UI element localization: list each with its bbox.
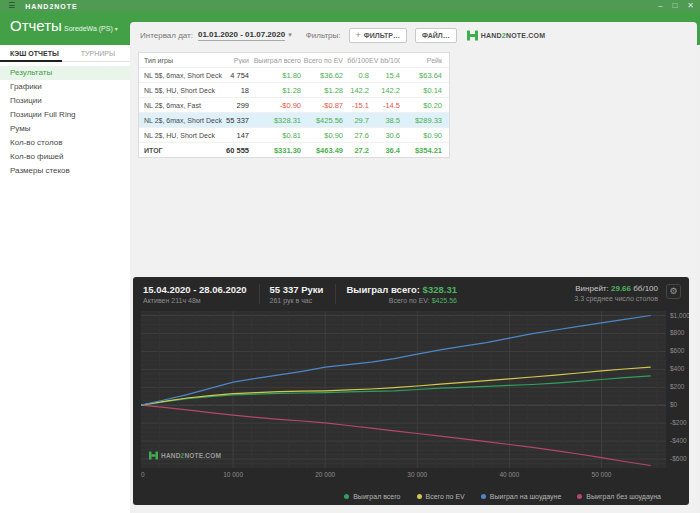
table-cell: $331.30: [249, 146, 301, 155]
date-range-selector[interactable]: 01.01.2020 - 01.07.2020: [198, 30, 285, 41]
sidebar-item[interactable]: Результаты: [0, 66, 130, 80]
table-cell: $1.80: [249, 71, 301, 80]
page-title: Отчеты: [10, 17, 62, 34]
chart-watermark: HAND2NOTE.COM: [149, 451, 221, 460]
table-cell: 142.2: [369, 86, 400, 95]
maximize-button[interactable]: □: [672, 1, 677, 11]
legend-label: Всего по EV: [426, 493, 465, 500]
column-header[interactable]: EV bb/100: [369, 57, 400, 64]
sidebar-item[interactable]: Позиции: [0, 94, 130, 108]
filters-label: Фильтры:: [306, 31, 341, 40]
hands-value: 55 337 Руки: [270, 284, 324, 295]
table-cell: -15.1: [343, 101, 369, 110]
table-row[interactable]: NL 5$, 6max, Short Deck4 754$1.80$36.620…: [139, 67, 449, 82]
svg-text:-$200: -$200: [670, 419, 687, 426]
table-row[interactable]: ИТОГ60 555$331.30$463.4927.236.4$354.21: [139, 142, 449, 157]
chevron-down-icon: ▾: [115, 26, 118, 32]
column-header[interactable]: Рейк: [400, 57, 442, 64]
winrate: Винрейт: 29.66 бб/100: [574, 284, 658, 293]
brand-logo: HAND2NOTE.COM: [467, 30, 545, 41]
sidebar-item[interactable]: Кол-во столов: [0, 136, 130, 150]
brand-text: HAND2NOTE.COM: [161, 452, 221, 459]
table-row[interactable]: NL 2$, 6max, Fast299-$0.90-$0.87-15.1-14…: [139, 97, 449, 112]
close-button[interactable]: ✕: [687, 1, 694, 11]
sidebar-item[interactable]: Румы: [0, 122, 130, 136]
legend-dot-icon: [417, 494, 422, 499]
chart-header: 15.04.2020 - 28.06.2020 Активен 211ч 48м…: [133, 277, 689, 304]
table-cell: $0.90: [301, 131, 343, 140]
table-cell: $0.81: [249, 131, 301, 140]
column-header[interactable]: Руки: [223, 57, 249, 64]
table-cell: 29.7: [343, 116, 369, 125]
table-cell: $0.90: [400, 131, 442, 140]
svg-text:-$600: -$600: [670, 455, 687, 462]
chevron-down-icon[interactable]: ▾: [288, 31, 292, 39]
table-cell: 299: [223, 101, 249, 110]
stat-winrate: Винрейт: 29.66 бб/100 3.3 среднее число …: [574, 284, 666, 302]
svg-text:50 000: 50 000: [592, 471, 612, 478]
sidebar-item[interactable]: Графики: [0, 80, 130, 94]
file-button[interactable]: ФАЙЛ…: [415, 28, 457, 43]
active-time: Активен 211ч 48м: [143, 297, 247, 304]
svg-text:10 000: 10 000: [223, 471, 243, 478]
svg-text:40 000: 40 000: [499, 471, 519, 478]
column-header[interactable]: Тип игры: [139, 57, 223, 64]
won-total: Выиграл всего: $328.31: [346, 284, 456, 295]
brand-text: HAND2NOTE.COM: [481, 32, 545, 39]
table-cell: NL 5$, 6max, Short Deck: [139, 72, 223, 79]
legend-item[interactable]: Выиграл на шоудауне: [481, 493, 562, 500]
table-cell: -$0.90: [249, 101, 301, 110]
sidebar-menu: РезультатыГрафикиПозицииПозиции Full Rin…: [0, 62, 130, 178]
table-cell: NL 2$, 6max, Short Deck: [139, 117, 223, 124]
table-row[interactable]: NL 5$, HU, Short Deck18$1.28$1.28142.214…: [139, 82, 449, 97]
tab-tournaments[interactable]: ТУРНИРЫ: [81, 50, 115, 57]
sidebar-item[interactable]: Кол-во фишей: [0, 150, 130, 164]
svg-text:$800: $800: [670, 329, 685, 336]
account-selector[interactable]: SoredeWa (PS)▾: [64, 25, 118, 32]
hamburger-menu-icon[interactable]: ☰: [8, 2, 15, 10]
sidebar-tabs: КЭШ ОТЧЕТЫ ТУРНИРЫ: [0, 45, 130, 62]
table-cell: 36.4: [369, 146, 400, 155]
table-cell: $0.14: [400, 86, 442, 95]
toolbar: Интервал дат: 01.01.2020 - 01.07.2020 ▾ …: [130, 22, 697, 48]
table-cell: $1.28: [249, 86, 301, 95]
table-cell: 60 555: [223, 146, 249, 155]
hands-rate: 261 рук в час: [270, 297, 324, 304]
table-cell: 27.6: [343, 131, 369, 140]
table-row[interactable]: NL 2$, 6max, Short Deck55 337$328.31$425…: [139, 112, 449, 127]
hand2note-icon: [467, 30, 478, 41]
table-cell: 55 337: [223, 116, 249, 125]
svg-text:$600: $600: [670, 347, 685, 354]
svg-text:30 000: 30 000: [407, 471, 427, 478]
legend-item[interactable]: Выиграл всего: [344, 493, 400, 500]
column-header[interactable]: бб/100: [343, 57, 369, 64]
table-cell: ИТОГ: [139, 147, 223, 154]
svg-text:$1,000: $1,000: [670, 312, 689, 319]
table-cell: $36.62: [301, 71, 343, 80]
table-cell: 147: [223, 131, 249, 140]
gear-icon[interactable]: ⚙: [666, 284, 681, 299]
tab-cash-reports[interactable]: КЭШ ОТЧЕТЫ: [10, 50, 59, 57]
legend-item[interactable]: Выиграл без шоудауна: [577, 493, 661, 500]
winnings-chart: $1,000$800$600$400$200$0-$200-$400-$6000…: [141, 311, 689, 481]
column-header[interactable]: Всего по EV: [301, 57, 343, 64]
table-cell: NL 2$, HU, Short Deck: [139, 132, 223, 139]
table-cell: 0.8: [343, 71, 369, 80]
column-header[interactable]: Выиграл всего: [249, 57, 301, 64]
table-cell: $289.33: [400, 116, 442, 125]
svg-text:-$400: -$400: [670, 437, 687, 444]
app-title: HAND2NOTE: [25, 3, 78, 10]
table-row[interactable]: NL 2$, HU, Short Deck147$0.81$0.9027.630…: [139, 127, 449, 142]
table-body: NL 5$, 6max, Short Deck4 754$1.80$36.620…: [139, 67, 449, 157]
table-cell: $463.49: [301, 146, 343, 155]
sidebar-item[interactable]: Позиции Full Ring: [0, 108, 130, 122]
table-cell: 142.2: [343, 86, 369, 95]
table-cell: 30.6: [369, 131, 400, 140]
table-cell: -$0.87: [301, 101, 343, 110]
sidebar-item[interactable]: Размеры стеков: [0, 164, 130, 178]
table-header-row: Тип игрыРукиВыиграл всегоВсего по EVбб/1…: [139, 53, 449, 67]
table-cell: 38.5: [369, 116, 400, 125]
legend-item[interactable]: Всего по EV: [417, 493, 465, 500]
add-filter-button[interactable]: +ФИЛЬТР…: [349, 28, 407, 43]
minimize-button[interactable]: –: [658, 1, 662, 11]
